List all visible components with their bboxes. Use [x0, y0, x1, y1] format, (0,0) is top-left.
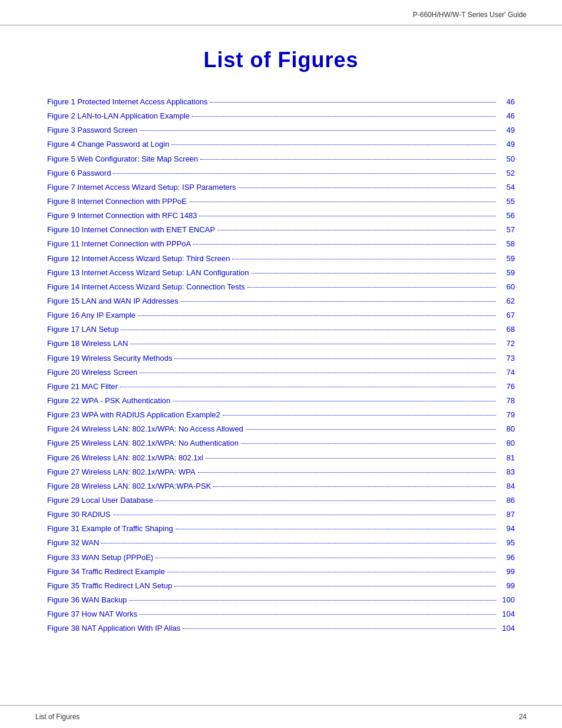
toc-link[interactable]: Figure 6 Password — [47, 167, 111, 179]
toc-entry: Figure 3 Password Screen49 — [47, 124, 515, 136]
toc-entry: Figure 13 Internet Access Wizard Setup: … — [47, 267, 515, 279]
toc-page-number: 100 — [498, 594, 515, 606]
toc-entry: Figure 24 Wireless LAN: 802.1x/WPA: No A… — [47, 423, 515, 435]
toc-page-number: 58 — [498, 238, 515, 250]
toc-link[interactable]: Figure 14 Internet Access Wizard Setup: … — [47, 281, 245, 293]
toc-link[interactable]: Figure 9 Internet Connection with RFC 14… — [47, 210, 197, 222]
toc-link[interactable]: Figure 31 Example of Traffic Shaping — [47, 523, 173, 535]
toc-page-number: 56 — [498, 210, 515, 222]
toc-dots — [193, 237, 496, 245]
toc-link[interactable]: Figure 26 Wireless LAN: 802.1x/WPA: 802.… — [47, 452, 203, 464]
toc-entry: Figure 36 WAN Backup100 — [47, 594, 515, 606]
toc-page-number: 99 — [498, 580, 515, 592]
page-title: List of Figures — [0, 25, 562, 96]
toc-link[interactable]: Figure 38 NAT Application With IP Alias — [47, 622, 180, 634]
header-title: P-660H/HW/W-T Series User' Guide — [413, 11, 527, 19]
toc-dots — [156, 493, 496, 501]
toc-page-number: 83 — [498, 466, 515, 478]
toc-entry: Figure 35 Traffic Redirect LAN Setup99 — [47, 580, 515, 592]
toc-entry: Figure 19 Wireless Security Methods73 — [47, 353, 515, 364]
toc-link[interactable]: Figure 1 Protected Internet Access Appli… — [47, 96, 207, 108]
toc-entry: Figure 5 Web Configurator: Site Map Scre… — [47, 153, 515, 165]
toc-page-number: 49 — [498, 139, 515, 150]
toc-entry: Figure 34 Traffic Redirect Example99 — [47, 566, 515, 578]
toc-page-number: 49 — [498, 124, 515, 136]
toc-page-number: 80 — [498, 437, 515, 449]
toc-entry: Figure 10 Internet Connection with ENET … — [47, 224, 515, 236]
toc-link[interactable]: Figure 36 WAN Backup — [47, 594, 127, 606]
toc-link[interactable]: Figure 23 WPA with RADIUS Application Ex… — [47, 409, 220, 421]
toc-link[interactable]: Figure 5 Web Configurator: Site Map Scre… — [47, 153, 198, 165]
toc-dots — [140, 365, 496, 373]
toc-page-number: 79 — [498, 409, 515, 421]
toc-dots — [206, 451, 496, 459]
toc-dots — [247, 280, 496, 288]
toc-link[interactable]: Figure 15 LAN and WAN IP Addresses — [47, 295, 178, 307]
toc-link[interactable]: Figure 13 Internet Access Wizard Setup: … — [47, 267, 249, 279]
toc-dots — [140, 607, 496, 615]
toc-link[interactable]: Figure 28 Wireless LAN: 802.1x/WPA:WPA-P… — [47, 480, 211, 492]
toc-dots — [210, 95, 496, 103]
toc-dots — [101, 536, 496, 543]
toc-page-number: 60 — [498, 281, 515, 293]
toc-entry: Figure 28 Wireless LAN: 802.1x/WPA:WPA-P… — [47, 480, 515, 492]
toc-link[interactable]: Figure 4 Change Password at Login — [47, 139, 169, 150]
toc-link[interactable]: Figure 18 Wireless LAN — [47, 338, 128, 350]
toc-entry: Figure 15 LAN and WAN IP Addresses62 — [47, 295, 515, 307]
toc-link[interactable]: Figure 37 How NAT Works — [47, 608, 137, 620]
toc-dots — [130, 337, 496, 344]
toc-dots — [121, 322, 496, 330]
toc-link[interactable]: Figure 8 Internet Connection with PPPoE — [47, 196, 187, 207]
toc-link[interactable]: Figure 29 Local User Database — [47, 495, 153, 506]
toc-link[interactable]: Figure 24 Wireless LAN: 802.1x/WPA: No A… — [47, 423, 243, 435]
toc-page-number: 68 — [498, 324, 515, 335]
toc-dots — [200, 152, 496, 160]
toc-link[interactable]: Figure 27 Wireless LAN: 802.1x/WPA: WPA — [47, 466, 196, 478]
toc-link[interactable]: Figure 32 WAN — [47, 537, 99, 549]
footer-section-label: List of Figures — [35, 713, 80, 721]
toc-dots — [239, 180, 496, 188]
toc-link[interactable]: Figure 19 Wireless Security Methods — [47, 353, 172, 364]
toc-entry: Figure 26 Wireless LAN: 802.1x/WPA: 802.… — [47, 452, 515, 464]
toc-entry: Figure 7 Internet Access Wizard Setup: I… — [47, 182, 515, 193]
toc-entry: Figure 17 LAN Setup68 — [47, 324, 515, 335]
toc-link[interactable]: Figure 17 LAN Setup — [47, 324, 118, 335]
toc-link[interactable]: Figure 7 Internet Access Wizard Setup: I… — [47, 182, 236, 193]
toc-link[interactable]: Figure 12 Internet Access Wizard Setup: … — [47, 253, 230, 265]
toc-entry: Figure 11 Internet Connection with PPPoA… — [47, 238, 515, 250]
toc-dots — [113, 508, 496, 515]
toc-entry: Figure 38 NAT Application With IP Alias1… — [47, 622, 515, 634]
toc-entry: Figure 20 Wireless Screen74 — [47, 367, 515, 378]
toc-page-number: 74 — [498, 367, 515, 378]
toc-dots — [120, 380, 496, 387]
toc-dots — [213, 479, 496, 487]
toc-link[interactable]: Figure 10 Internet Connection with ENET … — [47, 224, 215, 236]
toc-link[interactable]: Figure 2 LAN-to-LAN Application Example — [47, 110, 190, 122]
page-header: P-660H/HW/W-T Series User' Guide — [0, 0, 562, 25]
toc-link[interactable]: Figure 16 Any IP Example — [47, 309, 135, 321]
toc-entry: Figure 1 Protected Internet Access Appli… — [47, 96, 515, 108]
toc-link[interactable]: Figure 34 Traffic Redirect Example — [47, 566, 165, 578]
toc-dots — [167, 565, 496, 572]
toc-link[interactable]: Figure 25 Wireless LAN: 802.1x/WPA: No A… — [47, 437, 239, 449]
toc-page-number: 73 — [498, 353, 515, 364]
toc-page-number: 54 — [498, 182, 515, 193]
toc-entry: Figure 21 MAC Filter76 — [47, 381, 515, 393]
toc-dots — [252, 266, 496, 274]
footer-page-number: 24 — [519, 713, 527, 721]
toc-link[interactable]: Figure 11 Internet Connection with PPPoA — [47, 238, 191, 250]
toc-dots — [174, 351, 496, 359]
toc-link[interactable]: Figure 33 WAN Setup (PPPoE) — [47, 552, 153, 564]
toc-link[interactable]: Figure 22 WPA - PSK Authentication — [47, 395, 170, 407]
toc-entry: Figure 23 WPA with RADIUS Application Ex… — [47, 409, 515, 421]
toc-dots — [198, 465, 496, 473]
toc-link[interactable]: Figure 3 Password Screen — [47, 124, 137, 136]
page-footer: List of Figures 24 — [0, 705, 562, 728]
toc-link[interactable]: Figure 21 MAC Filter — [47, 381, 118, 393]
toc-link[interactable]: Figure 35 Traffic Redirect LAN Setup — [47, 580, 172, 592]
toc-entry: Figure 30 RADIUS87 — [47, 509, 515, 521]
toc-link[interactable]: Figure 30 RADIUS — [47, 509, 111, 521]
toc-link[interactable]: Figure 20 Wireless Screen — [47, 367, 137, 378]
toc-dots — [189, 195, 496, 202]
toc-page-number: 84 — [498, 480, 515, 492]
